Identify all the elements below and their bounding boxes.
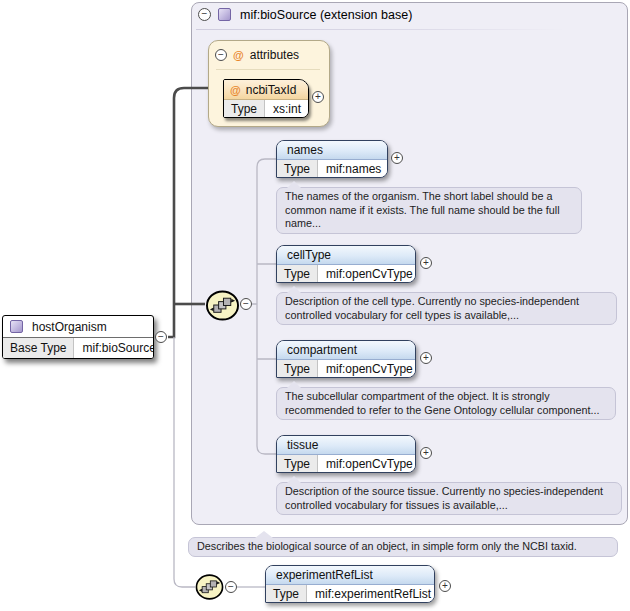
attribute-icon: @ (233, 49, 244, 61)
element-names[interactable]: names Type mif:names (276, 140, 388, 178)
type-label: Type (277, 160, 318, 178)
annotation-text: Description of the source tissue. Curren… (285, 485, 603, 511)
element-name: experimentRefList (266, 566, 434, 585)
annotation-compartment: The subcellular compartment of the objec… (276, 387, 616, 420)
expand-toggle-compartment[interactable]: + (420, 352, 432, 364)
attribute-icon: @ (230, 84, 241, 96)
minus-icon: − (243, 299, 249, 309)
type-value: mif:openCvType (318, 265, 416, 283)
plus-icon: + (394, 153, 400, 163)
plus-icon: + (315, 92, 321, 102)
bubble-pointer (255, 531, 273, 538)
minus-icon: − (158, 332, 164, 342)
type-value: mif:experimentRefList (307, 585, 435, 603)
expand-toggle-cellType[interactable]: + (420, 257, 432, 269)
collapse-toggle-sequence-2[interactable]: − (225, 581, 237, 593)
element-name: compartment (277, 341, 415, 360)
plus-icon: + (423, 353, 429, 363)
attributes-label: attributes (250, 48, 299, 62)
bubble-pointer (287, 381, 301, 388)
annotation-cellType: Description of the cell type. Currently … (276, 292, 617, 325)
element-name: hostOrganism (32, 320, 107, 334)
type-label: Type (277, 265, 318, 283)
element-name: cellType (277, 246, 415, 265)
annotation-names: The names of the organism. The short lab… (276, 187, 582, 234)
attribute-ncbiTaxId-header: @ ncbiTaxId (224, 80, 308, 100)
annotation-text: The names of the organism. The short lab… (285, 190, 560, 229)
expand-toggle-ncbiTaxId[interactable]: + (312, 91, 324, 103)
plus-icon: + (423, 258, 429, 268)
type-value: mif:names (318, 160, 388, 178)
attributes-header: − @ attributes (215, 48, 299, 62)
element-name: tissue (277, 436, 415, 455)
complex-type-icon (10, 320, 23, 333)
expand-toggle-experimentRefList[interactable]: + (439, 580, 451, 592)
expand-toggle-names[interactable]: + (391, 152, 403, 164)
sequence-icon[interactable] (194, 573, 225, 601)
element-hostOrganism[interactable]: hostOrganism Base Type mif:bioSource (2, 315, 154, 359)
type-value: xs:int (265, 100, 309, 118)
type-value: mif:openCvType (318, 360, 416, 378)
type-value: mif:openCvType (318, 455, 416, 473)
annotation-bioSource: Describes the biological source of an ob… (188, 537, 618, 557)
sequence-icon[interactable] (204, 289, 241, 322)
minus-icon: − (218, 50, 224, 60)
base-type-label: Base Type (3, 338, 74, 358)
attribute-name: ncbiTaxId (246, 83, 297, 97)
type-label: Type (224, 100, 265, 118)
base-type-value: mif:bioSource (74, 338, 154, 358)
collapse-toggle-attributes[interactable]: − (215, 49, 227, 61)
bubble-pointer (287, 181, 301, 188)
attribute-ncbiTaxId[interactable]: @ ncbiTaxId Type xs:int (223, 79, 309, 118)
annotation-text: Description of the cell type. Currently … (285, 295, 579, 321)
bubble-pointer (287, 286, 301, 293)
bubble-pointer (287, 476, 301, 483)
element-cellType[interactable]: cellType Type mif:openCvType (276, 245, 416, 283)
element-compartment[interactable]: compartment Type mif:openCvType (276, 340, 416, 378)
type-label: Type (277, 455, 318, 473)
collapse-toggle-hostOrganism[interactable]: − (155, 331, 167, 343)
element-experimentRefList[interactable]: experimentRefList Type mif:experimentRef… (265, 565, 435, 603)
minus-icon: − (228, 582, 234, 592)
collapse-toggle-sequence[interactable]: − (240, 298, 252, 310)
attributes-group: − @ attributes @ ncbiTaxId Type xs:int (208, 40, 330, 127)
divider (216, 69, 320, 70)
annotation-text: Describes the biological source of an ob… (197, 540, 577, 552)
annotation-tissue: Description of the source tissue. Curren… (276, 482, 622, 515)
annotation-text: The subcellular compartment of the objec… (285, 390, 599, 416)
type-label: Type (266, 585, 307, 603)
element-name: names (277, 141, 387, 160)
expand-toggle-tissue[interactable]: + (420, 447, 432, 459)
plus-icon: + (423, 448, 429, 458)
element-tissue[interactable]: tissue Type mif:openCvType (276, 435, 416, 473)
type-label: Type (277, 360, 318, 378)
plus-icon: + (442, 581, 448, 591)
